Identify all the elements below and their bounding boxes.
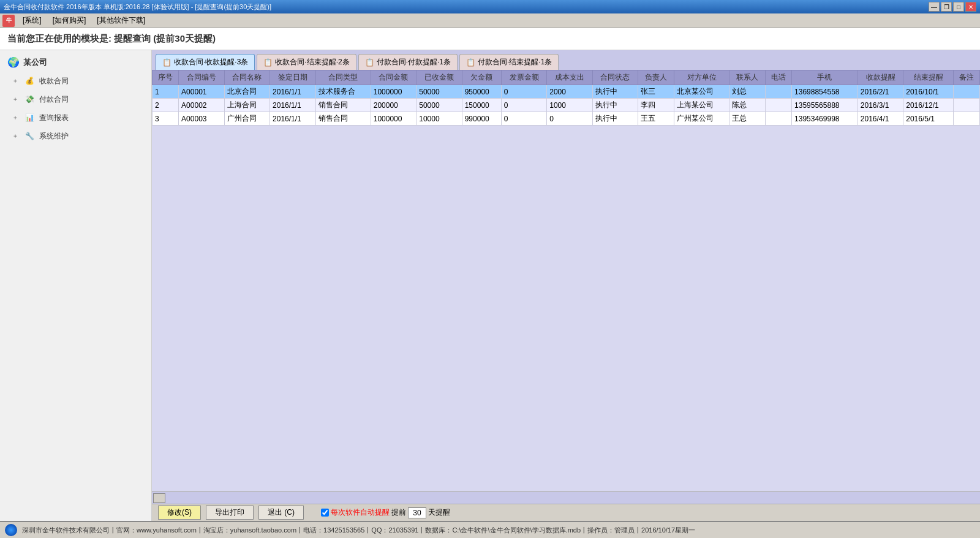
pay-icon: 💸 — [23, 93, 36, 105]
restore-button[interactable]: ❐ — [941, 2, 952, 12]
cell-contract-name: 广州合同 — [224, 112, 270, 126]
window-controls: — ❐ □ ✕ — [929, 2, 976, 12]
status-text: 深圳市金牛软件技术有限公司丨官网：www.yuhansoft.com丨淘宝店：y… — [22, 526, 695, 535]
cell-phone — [765, 99, 791, 112]
cell-phone — [765, 112, 791, 126]
menu-system[interactable]: [系统] — [17, 13, 47, 28]
cell-cost: 1000 — [547, 99, 592, 112]
horizontal-scrollbar[interactable] — [152, 491, 980, 504]
table-header-row: 序号 合同编号 合同名称 签定日期 合同类型 合同金额 已收金额 欠金额 发票金… — [153, 70, 980, 85]
cell-contract-name: 北京合同 — [224, 85, 270, 99]
export-button[interactable]: 导出打印 — [206, 506, 254, 520]
modify-button[interactable]: 修改(S) — [158, 506, 201, 520]
exit-button[interactable]: 退出 (C) — [258, 506, 304, 520]
table-row[interactable]: 3A00003广州合同2016/1/1销售合同10000001000099000… — [153, 112, 980, 126]
maximize-button[interactable]: □ — [953, 2, 964, 12]
cell-note — [953, 85, 979, 99]
tab-pay-end[interactable]: 📋 付款合同·结束提醒·1条 — [459, 54, 559, 70]
cell-person: 李四 — [638, 99, 674, 112]
scroll-thumb[interactable] — [153, 493, 165, 503]
tab-label-0: 收款合同·收款提醒·3条 — [174, 57, 248, 67]
close-button[interactable]: ✕ — [965, 2, 976, 12]
tab-icon-2: 📋 — [365, 58, 374, 67]
menu-purchase[interactable]: [如何购买] — [47, 13, 92, 28]
col-amount: 合同金额 — [371, 70, 416, 85]
cell-amount: 200000 — [371, 99, 416, 112]
cell-mobile: 13595565888 — [792, 99, 858, 112]
cell-note — [953, 99, 979, 112]
app-logo: 牛 — [2, 15, 15, 27]
menu-download[interactable]: [其他软件下载] — [91, 13, 151, 28]
days-suffix-label: 天提醒 — [428, 507, 450, 518]
main-layout: 🌍 某公司 ＋ 💰 收款合同 ＋ 💸 付款合同 ＋ 📊 查询报表 ＋ 🔧 系统维… — [0, 50, 980, 521]
table-row[interactable]: 1A00001北京合同2016/1/1技术服务合1000000500009500… — [153, 85, 980, 99]
contracts-table: 序号 合同编号 合同名称 签定日期 合同类型 合同金额 已收金额 欠金额 发票金… — [152, 70, 980, 126]
cell-received: 50000 — [417, 99, 462, 112]
cell-contract-no: A00003 — [179, 112, 224, 126]
sidebar-item-system[interactable]: ＋ 🔧 系统维护 — [0, 127, 151, 145]
cell-received: 50000 — [417, 85, 462, 99]
auto-remind-label: 每次软件自动提醒 — [331, 507, 390, 518]
tab-pay-remind[interactable]: 📋 付款合同·付款提醒·1条 — [358, 54, 458, 70]
tab-icon-3: 📋 — [466, 58, 475, 67]
cell-mobile: 13698854558 — [792, 85, 858, 99]
module-title: 当前您正在使用的模块是: 提醒查询 (提前30天提醒) — [7, 33, 216, 45]
col-phone: 电话 — [765, 70, 791, 85]
expand-icon-report: ＋ — [12, 113, 18, 122]
report-icon: 📊 — [23, 112, 36, 124]
tab-receive-remind[interactable]: 📋 收款合同·收款提醒·3条 — [156, 54, 255, 70]
sidebar-item-receive[interactable]: ＋ 💰 收款合同 — [0, 72, 151, 90]
receive-icon: 💰 — [23, 75, 36, 87]
content-area: 📋 收款合同·收款提醒·3条 📋 收款合同·结束提醒·2条 📋 付款合同·付款提… — [152, 50, 980, 521]
tab-label-3: 付款合同·结束提醒·1条 — [478, 57, 552, 67]
bottom-toolbar: 修改(S) 导出打印 退出 (C) 每次软件自动提醒 提前 天提醒 — [152, 504, 980, 521]
col-type: 合同类型 — [315, 70, 371, 85]
tab-receive-end[interactable]: 📋 收款合同·结束提醒·2条 — [257, 54, 356, 70]
sidebar-company: 🌍 某公司 — [0, 53, 151, 72]
cell-cost: 2000 — [547, 85, 592, 99]
tab-icon-0: 📋 — [162, 58, 172, 67]
cell-contract-type: 销售合同 — [315, 112, 371, 126]
sidebar-label-pay: 付款合同 — [39, 94, 69, 105]
cell-owed: 150000 — [462, 99, 501, 112]
col-mobile: 手机 — [792, 70, 858, 85]
cell-contract-name: 上海合同 — [224, 99, 270, 112]
cell-invoice: 0 — [501, 85, 546, 99]
cell-sign-date: 2016/1/1 — [270, 85, 315, 99]
remind-days-input[interactable] — [408, 507, 426, 518]
cell-owed: 950000 — [462, 85, 501, 99]
sidebar-item-pay[interactable]: ＋ 💸 付款合同 — [0, 90, 151, 108]
cell-seq: 1 — [153, 85, 179, 99]
expand-icon-pay: ＋ — [12, 95, 18, 104]
reminder-settings: 每次软件自动提醒 提前 天提醒 — [321, 507, 450, 518]
cell-contact: 王总 — [729, 112, 766, 126]
cell-seq: 2 — [153, 99, 179, 112]
minimize-button[interactable]: — — [929, 2, 940, 12]
cell-owed: 990000 — [462, 112, 501, 126]
cell-remind-date: 2016/2/1 — [858, 85, 903, 99]
cell-received: 10000 — [417, 112, 462, 126]
tab-label-2: 付款合同·付款提醒·1条 — [377, 57, 451, 67]
cell-mobile: 13953469998 — [792, 112, 858, 126]
company-name: 某公司 — [23, 57, 47, 68]
cell-sign-date: 2016/1/1 — [270, 99, 315, 112]
cell-contract-type: 技术服务合 — [315, 85, 371, 99]
cell-contact: 陈总 — [729, 99, 766, 112]
col-end-date: 结束提醒 — [903, 70, 954, 85]
col-date: 签定日期 — [270, 70, 315, 85]
cell-status: 执行中 — [592, 99, 638, 112]
col-no: 合同编号 — [179, 70, 224, 85]
col-contact: 联系人 — [729, 70, 766, 85]
cell-status: 执行中 — [592, 112, 638, 126]
cell-amount: 1000000 — [371, 112, 416, 126]
sidebar-item-report[interactable]: ＋ 📊 查询报表 — [0, 108, 151, 127]
auto-remind-checkbox[interactable] — [321, 509, 329, 517]
cell-invoice: 0 — [501, 112, 546, 126]
cell-amount: 1000000 — [371, 85, 416, 99]
table-row[interactable]: 2A00002上海合同2016/1/1销售合同20000050000150000… — [153, 99, 980, 112]
cell-counterpart: 上海某公司 — [674, 99, 729, 112]
cell-counterpart: 北京某公司 — [674, 85, 729, 99]
advance-label: 提前 — [391, 507, 406, 518]
menu-bar: 牛 [系统] [如何购买] [其他软件下载] — [0, 13, 980, 28]
col-remind-date: 收款提醒 — [858, 70, 903, 85]
